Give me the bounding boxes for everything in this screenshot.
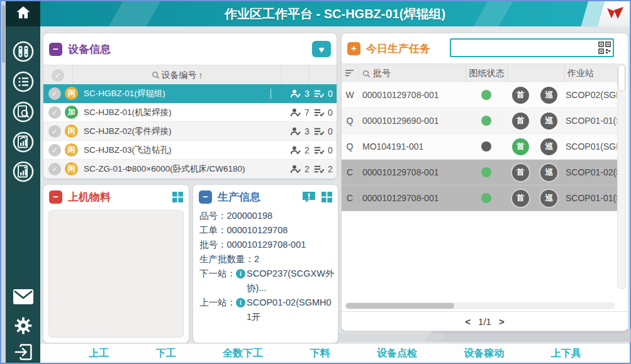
drawing-status-column-header: 图纸状态 xyxy=(466,64,507,83)
status-badge: 闲 xyxy=(65,87,78,100)
task-batch: 000010129708-001 xyxy=(358,90,466,100)
horizontal-scrollbar-thumb[interactable] xyxy=(346,303,454,309)
prev-page-icon[interactable]: < xyxy=(465,316,471,327)
select-all-checkbox[interactable] xyxy=(43,69,72,82)
collapse-icon[interactable] xyxy=(199,190,212,204)
favorite-heart-icon[interactable] xyxy=(312,41,331,57)
job-count-icon xyxy=(314,146,325,155)
worker-count-icon xyxy=(291,165,301,174)
start-work-button[interactable]: 上工 xyxy=(89,347,109,360)
job-count: 0 xyxy=(328,126,334,136)
collapse-icon[interactable] xyxy=(49,43,62,56)
equipment-row[interactable]: 闲 SC-ZG-01-Φ800×6000(卧式机床/CW6180) 2 2 xyxy=(43,160,337,179)
task-row[interactable]: C 000010129708-001 首 巡 SCOP01-01(SGM... xyxy=(342,185,619,211)
row-check-icon[interactable] xyxy=(48,87,61,100)
task-list-icon[interactable] xyxy=(12,70,35,93)
task-station: SCOP01-02(SGM... xyxy=(563,167,619,177)
page-indicator: 1/1 xyxy=(478,316,491,327)
row-check-icon[interactable] xyxy=(48,163,61,175)
doc-search-icon[interactable] xyxy=(12,101,35,123)
row-check-icon[interactable] xyxy=(48,106,61,119)
next-page-icon[interactable]: > xyxy=(499,316,505,327)
info-icon[interactable] xyxy=(236,298,245,307)
worker-count-icon xyxy=(291,127,301,136)
batch-qty-label: 生产批数量： xyxy=(199,252,254,267)
column-label: 设备编号 xyxy=(162,70,197,81)
first-inspection-badge[interactable]: 首 xyxy=(512,164,529,181)
first-inspection-badge[interactable]: 首 xyxy=(512,113,529,130)
equipment-stations-icon[interactable] xyxy=(12,40,35,63)
equipment-utilization-button[interactable]: 设备稼动 xyxy=(464,347,504,360)
report-icon[interactable] xyxy=(12,131,35,153)
patrol-inspection-badge[interactable]: 巡 xyxy=(540,164,557,181)
batch-column-header[interactable]: 批号 xyxy=(358,68,466,79)
equipment-id-column-header[interactable]: 设备编号 ↑ xyxy=(72,65,281,85)
vertical-scrollbar-thumb[interactable] xyxy=(618,65,625,91)
left-scrollbar[interactable] xyxy=(1,1,6,363)
task-row[interactable]: Q 000010129690-001 首 巡 SCOP01-01(SGM... xyxy=(342,108,619,134)
tasks-table-header: 批号 图纸状态 作业站 xyxy=(342,63,619,84)
next-station-label: 下一站： xyxy=(199,267,236,281)
task-search-input[interactable] xyxy=(450,38,614,57)
patrol-inspection-badge[interactable]: 巡 xyxy=(540,113,557,130)
qr-scan-icon[interactable] xyxy=(598,41,611,57)
materials-panel-title: 上机物料 xyxy=(68,190,111,204)
alert-message-icon[interactable] xyxy=(302,191,316,203)
grid-view-icon[interactable] xyxy=(172,192,183,202)
task-station: SCOP01(SGMH0... xyxy=(563,141,619,152)
check-icon xyxy=(52,69,64,82)
horizontal-scrollbar[interactable] xyxy=(345,302,615,309)
equipment-row[interactable]: 闲 SC-HGBZ-01(焊辊组) 3 0 xyxy=(43,84,337,103)
first-inspection-badge[interactable]: 首 xyxy=(512,138,529,155)
first-inspection-badge[interactable]: 首 xyxy=(512,87,529,104)
sort-icon[interactable] xyxy=(342,69,358,79)
workers-column-header xyxy=(281,65,309,85)
production-panel: 生产信息 品号：200000198 工单：000010129708 批号：000… xyxy=(193,184,338,343)
batch-qty-value: 2 xyxy=(254,252,259,267)
vertical-scrollbar[interactable] xyxy=(617,63,626,289)
home-button[interactable] xyxy=(6,1,40,26)
row-check-icon[interactable] xyxy=(48,144,61,157)
job-count: 0 xyxy=(328,89,334,99)
mail-icon[interactable] xyxy=(12,285,35,308)
drawing-status-dot xyxy=(481,141,491,152)
end-work-button[interactable]: 下工 xyxy=(156,347,176,360)
unload-material-button[interactable]: 下料 xyxy=(310,347,330,360)
patrol-inspection-badge[interactable]: 巡 xyxy=(540,87,557,104)
sidebar xyxy=(6,1,40,363)
sort-ascending-icon: ↑ xyxy=(199,70,203,80)
report-alt-icon[interactable] xyxy=(12,160,35,183)
left-scrollbar-thumb[interactable] xyxy=(2,5,5,63)
exit-icon[interactable] xyxy=(12,341,35,363)
info-icon[interactable] xyxy=(236,269,245,279)
task-type: W xyxy=(342,90,358,100)
job-count-icon xyxy=(314,127,325,136)
equipment-check-button[interactable]: 设备点检 xyxy=(377,347,417,360)
work-order-value: 000010129708 xyxy=(227,223,288,238)
first-inspection-badge[interactable]: 首 xyxy=(512,190,529,207)
equipment-row[interactable]: 加 SC-HJBZ-01(机架焊接) 7 0 xyxy=(43,103,337,122)
batch-no-value: 000010129708-001 xyxy=(227,238,306,252)
equipment-row[interactable]: 闲 SC-HJBZ-03(飞边钻孔) 2 0 xyxy=(43,141,337,160)
end-all-work-button[interactable]: 全数下工 xyxy=(223,347,263,360)
tooling-button[interactable]: 上下具 xyxy=(551,347,581,360)
task-row[interactable]: W 000010129708-001 首 巡 SCOP02(SGMH0... xyxy=(342,82,619,108)
patrol-inspection-badge[interactable]: 巡 xyxy=(540,138,557,155)
production-info-body: 品号：200000198 工单：000010129708 批号：00001012… xyxy=(199,209,335,341)
patrol-inspection-badge[interactable]: 巡 xyxy=(540,190,557,207)
item-no-label: 品号： xyxy=(199,209,227,223)
expand-icon[interactable] xyxy=(347,42,360,55)
task-row[interactable]: Q MO104191-001 首 巡 SCOP01(SGMH0... xyxy=(342,134,619,160)
task-row[interactable]: C 000010129708-001 首 巡 SCOP01-02(SGM... xyxy=(342,160,619,185)
equipment-panel-header: 设备信息 xyxy=(43,33,337,65)
next-station-value: SCOP237(SCGXW外协)... xyxy=(247,267,335,295)
materials-empty-area xyxy=(48,210,184,338)
settings-icon[interactable] xyxy=(12,314,35,337)
equipment-row[interactable]: 闲 SC-HJBZ-02(零件焊接) 3 0 xyxy=(43,122,337,141)
status-badge: 闲 xyxy=(65,162,78,175)
job-count: 0 xyxy=(328,145,334,155)
grid-view-icon[interactable] xyxy=(321,192,332,202)
row-check-icon[interactable] xyxy=(48,125,61,138)
collapse-icon[interactable] xyxy=(49,190,62,204)
worker-count: 2 xyxy=(304,145,311,155)
